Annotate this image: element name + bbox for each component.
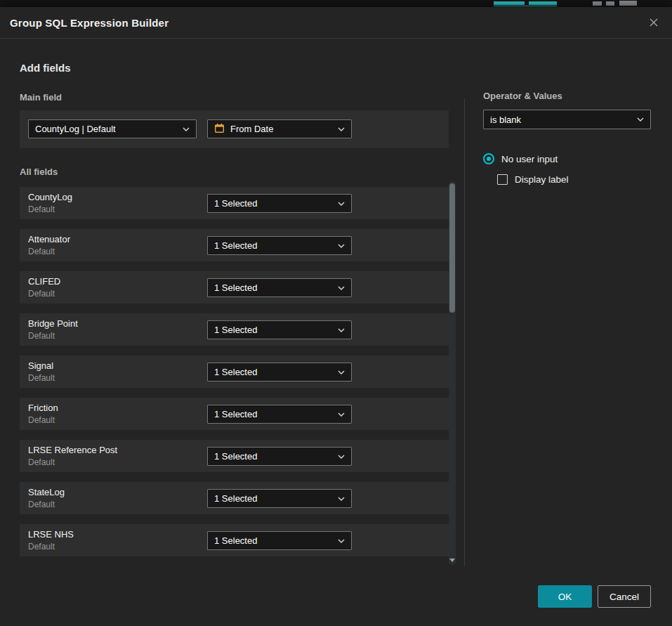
field-selection-dropdown[interactable]: 1 Selected xyxy=(207,278,352,297)
field-name: Attenuator xyxy=(28,234,70,244)
field-selection-value: 1 Selected xyxy=(214,325,257,335)
obscured-app-icon-fragment xyxy=(619,1,637,6)
field-name: CountyLog xyxy=(28,192,72,202)
main-field-label: Main field xyxy=(20,92,62,103)
chevron-down-icon xyxy=(338,286,345,290)
field-sublabel: Default xyxy=(28,500,55,509)
obscured-app-link-fragment xyxy=(494,1,525,5)
field-selection-dropdown[interactable]: 1 Selected xyxy=(207,405,352,424)
operator-dropdown-value: is blank xyxy=(490,115,521,125)
dialog-titlebar: Group SQL Expression Builder xyxy=(0,7,672,39)
field-name: CLIFED xyxy=(28,276,60,287)
field-selection-dropdown[interactable]: 1 Selected xyxy=(207,531,352,550)
vertical-divider xyxy=(464,98,465,566)
layer-dropdown-value: CountyLog | Default xyxy=(35,124,116,134)
chevron-down-icon xyxy=(338,202,345,206)
group-sql-expression-builder-dialog: Group SQL Expression Builder Add fields … xyxy=(0,7,672,626)
ok-button[interactable]: OK xyxy=(538,585,592,608)
app-background: { "colors": { "primary_button": "#0c8b9d… xyxy=(0,0,672,626)
field-selection-value: 1 Selected xyxy=(214,535,257,546)
field-sublabel: Default xyxy=(28,373,55,383)
obscured-app-link-underline xyxy=(494,6,557,6)
cancel-button[interactable]: Cancel xyxy=(598,585,651,608)
field-row: Bridge Point Default 1 Selected xyxy=(20,313,449,346)
field-selection-value: 1 Selected xyxy=(214,493,257,504)
field-selection-value: 1 Selected xyxy=(214,409,257,419)
field-row: Friction Default 1 Selected xyxy=(20,398,449,430)
field-sublabel: Default xyxy=(28,415,55,425)
scrollbar-thumb[interactable] xyxy=(449,183,455,313)
field-row: StateLog Default 1 Selected xyxy=(20,482,449,514)
field-selection-dropdown[interactable]: 1 Selected xyxy=(207,320,352,339)
chevron-down-icon xyxy=(338,412,345,417)
field-selection-dropdown[interactable]: 1 Selected xyxy=(207,489,352,508)
operator-dropdown[interactable]: is blank xyxy=(483,110,651,129)
field-selection-dropdown[interactable]: 1 Selected xyxy=(207,194,352,213)
field-row: LRSE NHS Default 1 Selected xyxy=(20,524,449,556)
chevron-down-icon xyxy=(338,244,345,248)
field-sublabel: Default xyxy=(28,289,55,299)
field-name: LRSE NHS xyxy=(28,529,74,540)
obscured-app-icon-fragment xyxy=(606,1,614,6)
chevron-down-icon xyxy=(338,370,345,374)
field-sublabel: Default xyxy=(28,457,55,467)
chevron-down-icon xyxy=(183,127,190,131)
scrollbar-down-arrow-icon[interactable] xyxy=(449,559,455,562)
close-icon[interactable] xyxy=(645,15,662,30)
date-field-dropdown[interactable]: From Date xyxy=(207,119,352,138)
obscured-app-icon-fragment xyxy=(593,1,602,6)
field-selection-value: 1 Selected xyxy=(214,367,257,377)
layer-dropdown[interactable]: CountyLog | Default xyxy=(28,119,197,138)
field-selection-value: 1 Selected xyxy=(214,240,257,251)
all-fields-label: All fields xyxy=(20,167,58,177)
field-row: CountyLog Default 1 Selected xyxy=(20,187,449,219)
field-selection-value: 1 Selected xyxy=(214,198,257,209)
all-fields-list: CountyLog Default 1 Selected Attenuator … xyxy=(20,187,449,566)
chevron-down-icon xyxy=(338,539,345,543)
scrollbar[interactable] xyxy=(449,181,456,565)
field-selection-dropdown[interactable]: 1 Selected xyxy=(207,447,352,466)
chevron-down-icon xyxy=(338,328,345,332)
field-row: Attenuator Default 1 Selected xyxy=(20,229,449,261)
field-sublabel: Default xyxy=(28,204,55,214)
field-selection-dropdown[interactable]: 1 Selected xyxy=(207,236,352,255)
field-sublabel: Default xyxy=(28,542,55,552)
dialog-title: Group SQL Expression Builder xyxy=(10,17,169,29)
calendar-icon xyxy=(214,123,225,136)
field-name: LRSE Reference Post xyxy=(28,445,117,455)
no-user-input-radio[interactable]: No user input xyxy=(483,153,558,164)
display-label-checkbox[interactable]: Display label xyxy=(497,174,569,185)
chevron-down-icon xyxy=(637,117,644,122)
obscured-app-link-fragment xyxy=(529,1,557,5)
field-name: Friction xyxy=(28,403,58,413)
main-field-panel: CountyLog | Default From Date xyxy=(20,110,449,148)
field-row: Signal Default 1 Selected xyxy=(20,356,449,388)
checkbox-unchecked-icon[interactable] xyxy=(497,174,508,185)
radio-selected-icon[interactable] xyxy=(483,153,494,164)
field-name: Bridge Point xyxy=(28,318,78,329)
chevron-down-icon xyxy=(338,497,345,501)
field-name: Signal xyxy=(28,360,53,371)
add-fields-heading: Add fields xyxy=(20,62,71,74)
field-name: StateLog xyxy=(28,487,65,497)
chevron-down-icon xyxy=(338,127,345,131)
date-field-dropdown-value: From Date xyxy=(230,124,273,134)
radio-label: No user input xyxy=(501,154,558,164)
field-row: CLIFED Default 1 Selected xyxy=(20,271,449,304)
field-sublabel: Default xyxy=(28,331,55,341)
field-row: LRSE Reference Post Default 1 Selected xyxy=(20,440,449,472)
field-selection-dropdown[interactable]: 1 Selected xyxy=(207,363,352,382)
field-sublabel: Default xyxy=(28,247,55,256)
field-selection-value: 1 Selected xyxy=(214,451,257,462)
field-selection-value: 1 Selected xyxy=(214,282,257,293)
operator-values-label: Operator & Values xyxy=(483,91,562,101)
chevron-down-icon xyxy=(338,455,345,459)
checkbox-label: Display label xyxy=(515,174,569,185)
